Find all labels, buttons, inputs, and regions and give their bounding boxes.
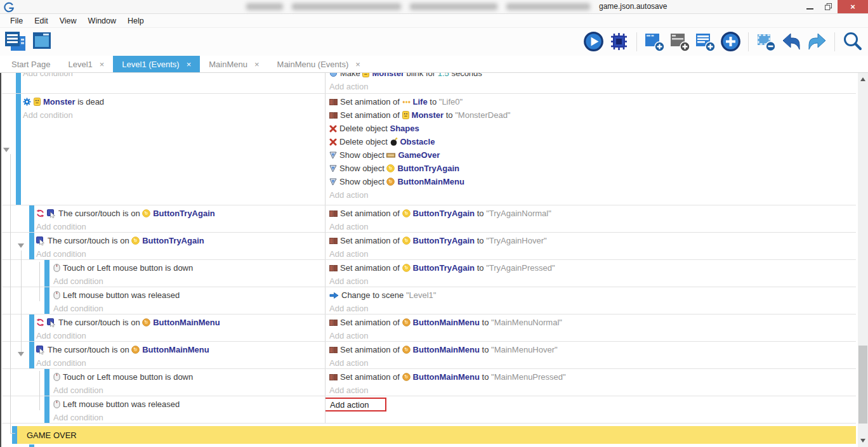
action-line[interactable]: Delete object Shapes [329,122,856,135]
redacted-title-text [410,3,497,10]
add-condition-placeholder[interactable]: Add condition [23,108,325,122]
scroll-down-button[interactable] [858,436,868,446]
action-line[interactable]: Show object ButtonTryAgain [329,162,856,175]
tab-mainmenu[interactable]: MainMenu× [200,56,268,72]
add-action-placeholder[interactable]: Add action [329,188,856,202]
add-action-highlighted[interactable]: Add action [325,398,386,411]
add-comment-button[interactable] [669,32,690,52]
add-action-placeholder[interactable]: Add action [329,80,856,93]
tab-mainmenu-events-[interactable]: MainMenu (Events)× [268,56,369,72]
action-line[interactable]: Set animation of ButtonTryAgain to "TryA… [329,207,856,220]
collapse-arrow[interactable] [3,148,10,152]
add-condition-placeholder[interactable]: Add condition [23,73,325,80]
action-line[interactable]: Set animation of ButtonTryAgain to "TryA… [329,261,856,275]
scrollbar-thumb[interactable] [858,346,867,424]
tab-level1[interactable]: Level1× [59,56,113,72]
event-row[interactable]: The cursor/touch is on ButtonTryAgainAdd… [2,205,856,233]
add-condition-placeholder[interactable]: Add condition [36,247,325,259]
add-action-placeholder[interactable]: Add action [329,329,856,341]
tab-close-icon[interactable]: × [355,60,360,69]
tab-close-icon[interactable]: × [254,60,260,69]
condition-line[interactable]: Monster is dead [23,95,325,108]
action-line[interactable]: Set animation of Monster to "MonsterDead… [329,108,856,122]
add-condition-placeholder[interactable]: Add condition [53,275,325,287]
remove-selection-button[interactable] [756,32,777,52]
menu-window[interactable]: Window [82,16,122,25]
add-event-button[interactable] [644,32,665,52]
event-row[interactable]: Left mouse button was releasedAdd condit… [2,396,856,424]
mouse-icon [53,264,60,272]
add-condition-placeholder[interactable]: Add condition [36,220,325,232]
add-condition-placeholder[interactable]: Add condition [36,356,325,368]
text: Show object [339,177,386,186]
add-condition-placeholder[interactable]: Add condition [53,411,325,423]
collapse-arrow[interactable] [18,243,24,248]
scene-window-button[interactable] [32,31,53,51]
condition-line[interactable]: The cursor/touch is on ButtonTryAgain [36,234,325,247]
condition-line[interactable]: The cursor/touch is on ButtonTryAgain [36,207,325,220]
event-row[interactable]: The cursor/touch is on ButtonMainMenuAdd… [2,342,856,369]
event-row[interactable]: Monster is deadAdd conditionSet animatio… [2,94,856,205]
vertical-scrollbar[interactable] [858,73,868,447]
menu-file[interactable]: File [4,16,29,25]
add-action-placeholder[interactable]: Add action [329,247,856,259]
action-line[interactable]: Show object GameOver [329,148,856,162]
action-line[interactable]: Set animation of Life to "Life0" [329,95,856,108]
minimize-button[interactable] [801,0,819,13]
comment-block[interactable]: GAME OVER [17,426,856,444]
condition-line[interactable]: Touch or Left mouse button is down [53,370,325,384]
condition-line[interactable]: Left mouse button was released [53,288,325,302]
event-row[interactable]: Add conditionMake Monster blink for 1.5 … [2,73,856,94]
scroll-up-button[interactable] [858,74,868,84]
add-action-placeholder[interactable]: Add action [329,220,856,232]
play-button[interactable] [583,31,604,52]
add-button[interactable] [720,31,741,52]
action-line[interactable]: Change to scene "Level1" [329,288,856,302]
add-action-placeholder[interactable]: Add action [329,302,856,314]
event-row[interactable]: The cursor/touch is on ButtonMainMenuAdd… [2,314,856,342]
add-action-placeholder[interactable]: Add action [329,356,856,368]
object-reference: Obstacle [400,137,435,146]
menu-help[interactable]: Help [122,16,150,25]
condition-line[interactable]: The cursor/touch is on ButtonMainMenu [36,316,325,329]
menu-view[interactable]: View [54,16,82,25]
event-row[interactable]: Touch or Left mouse button is downAdd co… [2,260,856,287]
add-condition-placeholder[interactable]: Add condition [36,329,325,341]
add-action-placeholder[interactable]: Add action [329,275,856,287]
add-condition-placeholder[interactable]: Add condition [53,302,325,314]
action-line[interactable]: Show object ButtonMainMenu [329,175,856,188]
placeholder-text: Add action [329,249,368,259]
close-button[interactable]: × [838,0,868,13]
project-manager-button[interactable] [4,31,26,51]
action-line[interactable]: Set animation of ButtonMainMenu to "Main… [329,343,856,356]
search-button[interactable] [842,31,863,52]
debug-button[interactable] [608,31,629,52]
undo-button[interactable] [781,32,802,51]
tab-start-page[interactable]: Start Page [3,56,59,72]
condition-line[interactable]: Touch or Left mouse button is down [53,261,325,275]
add-condition-placeholder[interactable]: Add condition [53,384,325,396]
action-line[interactable]: Make Monster blink for 1.5 seconds [329,73,856,80]
menu-edit[interactable]: Edit [29,16,54,25]
collapse-arrow[interactable] [18,352,24,356]
coin-yellow-icon [386,164,395,172]
action-line[interactable]: Delete object Obstacle [329,135,856,148]
add-action-placeholder[interactable]: Add action [329,384,856,396]
redo-button[interactable] [806,32,827,51]
event-row[interactable]: Touch or Left mouse button is downAdd co… [2,369,856,396]
event-row[interactable]: Left mouse button was releasedAdd condit… [2,287,856,314]
tab-label: MainMenu (Events) [277,60,349,69]
tab-close-icon[interactable]: × [187,60,192,69]
animation-icon [329,319,338,327]
comment-event[interactable]: GAME OVER [2,424,856,444]
action-line[interactable]: Set animation of ButtonTryAgain to "TryA… [329,234,856,247]
add-subevent-button[interactable] [695,32,716,52]
action-line[interactable]: Set animation of ButtonMainMenu to "Main… [329,370,856,384]
condition-line[interactable]: Left mouse button was released [53,398,325,411]
condition-line[interactable]: The cursor/touch is on ButtonMainMenu [36,343,325,356]
action-line[interactable]: Set animation of ButtonMainMenu to "Main… [329,316,856,329]
restore-button[interactable] [819,0,838,13]
event-row[interactable]: The cursor/touch is on ButtonTryAgainAdd… [2,233,856,260]
tab-close-icon[interactable]: × [100,60,105,69]
tab-level1-events-[interactable]: Level1 (Events)× [113,56,200,72]
